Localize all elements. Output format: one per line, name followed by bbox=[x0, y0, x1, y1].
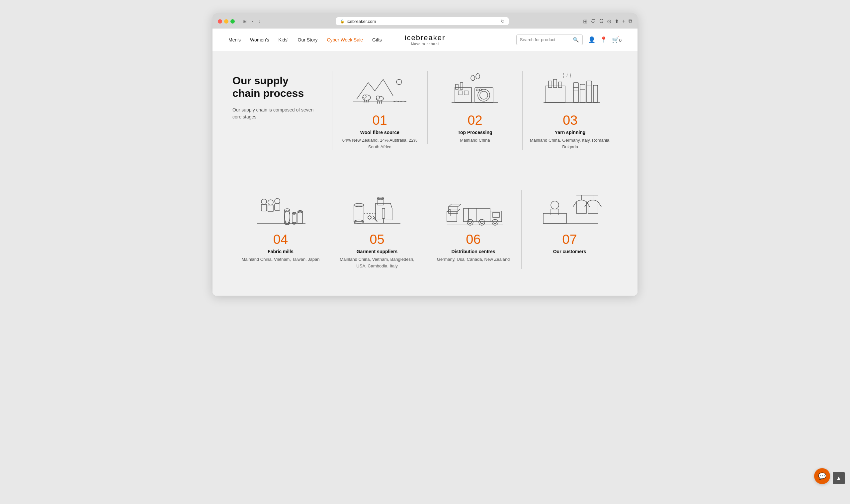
stage-02-illustration bbox=[434, 71, 516, 108]
svg-rect-74 bbox=[493, 212, 499, 217]
svg-rect-46 bbox=[292, 213, 296, 223]
svg-rect-73 bbox=[490, 211, 502, 222]
svg-line-89 bbox=[573, 202, 576, 207]
minimize-dot[interactable] bbox=[224, 19, 228, 23]
maximize-dot[interactable] bbox=[230, 19, 235, 23]
stage-07-name: Our customers bbox=[528, 249, 611, 254]
supply-chain-section: Our supply chain process Our supply chai… bbox=[232, 71, 618, 269]
stage-05-illustration bbox=[336, 190, 418, 227]
share-icon[interactable]: ⬆ bbox=[614, 18, 619, 24]
cart-count: 0 bbox=[619, 38, 622, 43]
nav-womens[interactable]: Women's bbox=[250, 37, 269, 42]
svg-line-65 bbox=[457, 209, 460, 212]
extensions-icon[interactable]: ⊞ bbox=[583, 18, 587, 24]
svg-rect-49 bbox=[298, 212, 302, 223]
nav-kids[interactable]: Kids' bbox=[279, 37, 289, 42]
browser-dots bbox=[218, 19, 235, 23]
svg-point-2 bbox=[363, 95, 366, 98]
svg-rect-52 bbox=[354, 205, 364, 222]
search-input[interactable] bbox=[520, 37, 570, 42]
header-icons: 👤 📍 🛒0 bbox=[588, 36, 622, 43]
tabs-icon[interactable]: ⧉ bbox=[628, 18, 632, 24]
svg-line-8 bbox=[377, 101, 378, 104]
svg-line-9 bbox=[379, 101, 380, 104]
svg-rect-25 bbox=[554, 79, 557, 88]
logo-tagline: Move to natural bbox=[405, 42, 446, 46]
svg-point-37 bbox=[268, 200, 273, 205]
stage-01-name: Wool fibre source bbox=[339, 130, 421, 135]
svg-point-19 bbox=[480, 91, 488, 99]
nav-gifts[interactable]: Gifts bbox=[372, 37, 382, 42]
top-row: Our supply chain process Our supply chai… bbox=[232, 71, 618, 150]
url-text: icebreaker.com bbox=[347, 19, 376, 24]
site-wrapper: Men's Women's Kids' Our Story Cyber Week… bbox=[212, 29, 638, 295]
cart-icon[interactable]: 🛒0 bbox=[612, 36, 622, 43]
stage-06-number: 06 bbox=[432, 232, 515, 247]
svg-rect-23 bbox=[545, 86, 565, 103]
nav-mens[interactable]: Men's bbox=[228, 37, 241, 42]
stage-06: 06 Distribution centres Germany, Usa, Ca… bbox=[425, 190, 521, 269]
site-header: Men's Women's Kids' Our Story Cyber Week… bbox=[212, 29, 638, 51]
new-tab-icon[interactable]: + bbox=[622, 18, 625, 24]
svg-rect-14 bbox=[464, 91, 468, 95]
stage-04-detail: Mainland China, Vietnam, Taiwan, Japan bbox=[239, 256, 322, 263]
svg-line-10 bbox=[381, 101, 382, 104]
profile-icon[interactable]: G bbox=[599, 18, 603, 24]
svg-rect-17 bbox=[475, 88, 493, 103]
svg-point-85 bbox=[551, 201, 559, 209]
svg-rect-41 bbox=[275, 204, 280, 210]
intro-block: Our supply chain process Our supply chai… bbox=[232, 71, 332, 121]
search-box[interactable]: 🔍 bbox=[516, 35, 583, 45]
reload-icon[interactable]: ↻ bbox=[501, 19, 505, 24]
svg-rect-30 bbox=[593, 85, 598, 103]
site-logo[interactable]: icebreaker Move to natural bbox=[405, 34, 446, 46]
svg-rect-26 bbox=[558, 82, 562, 88]
back-button[interactable]: ‹ bbox=[251, 18, 255, 24]
main-nav: Men's Women's Kids' Our Story Cyber Week… bbox=[228, 37, 382, 42]
stage-04: 04 Fabric mills Mainland China, Vietnam,… bbox=[232, 190, 329, 269]
svg-point-75 bbox=[467, 219, 473, 225]
nav-our-story[interactable]: Our Story bbox=[298, 37, 318, 42]
bottom-row: 04 Fabric mills Mainland China, Vietnam,… bbox=[232, 190, 618, 269]
svg-point-38 bbox=[275, 198, 280, 204]
account-icon[interactable]: 👤 bbox=[588, 36, 595, 43]
stage-07: 07 Our customers bbox=[521, 190, 618, 269]
stage-01-illustration bbox=[339, 71, 421, 108]
stage-04-illustration bbox=[239, 190, 322, 227]
svg-rect-13 bbox=[458, 91, 462, 95]
stage-06-name: Distribution centres bbox=[432, 249, 515, 254]
stage-06-detail: Germany, Usa, Canada, New Zealand bbox=[432, 256, 515, 263]
svg-rect-27 bbox=[573, 83, 578, 103]
svg-line-70 bbox=[458, 204, 461, 207]
lock-icon: 🔒 bbox=[340, 19, 345, 23]
close-dot[interactable] bbox=[218, 19, 222, 23]
svg-rect-28 bbox=[580, 84, 585, 103]
account-icon[interactable]: ⊙ bbox=[607, 18, 611, 24]
stage-01-number: 01 bbox=[339, 113, 421, 128]
svg-point-36 bbox=[261, 199, 266, 204]
search-icon[interactable]: 🔍 bbox=[573, 37, 579, 43]
svg-rect-16 bbox=[460, 83, 463, 89]
section-desc: Our supply chain is composed of seven co… bbox=[232, 107, 319, 121]
svg-line-69 bbox=[449, 204, 452, 207]
svg-rect-15 bbox=[455, 84, 458, 89]
location-icon[interactable]: 📍 bbox=[600, 36, 607, 43]
nav-cyber-week[interactable]: Cyber Week Sale bbox=[327, 37, 363, 42]
svg-point-79 bbox=[492, 219, 498, 225]
svg-point-20 bbox=[476, 89, 478, 91]
browser-toolbar-right: ⊞ 🛡 G ⊙ ⬆ + ⧉ bbox=[583, 18, 632, 24]
header-right: 🔍 👤 📍 🛒0 bbox=[516, 35, 622, 45]
address-bar[interactable]: 🔒 icebreaker.com ↻ bbox=[336, 17, 509, 25]
stage-05-name: Garment suppliers bbox=[336, 249, 418, 254]
svg-rect-24 bbox=[549, 81, 552, 88]
svg-rect-40 bbox=[268, 205, 273, 212]
svg-rect-68 bbox=[449, 207, 458, 213]
forward-button[interactable]: › bbox=[258, 18, 262, 24]
stage-04-number: 04 bbox=[239, 232, 322, 247]
svg-point-7 bbox=[376, 96, 380, 99]
svg-line-93 bbox=[598, 202, 601, 207]
sidebar-toggle-button[interactable]: ⊞ bbox=[241, 18, 248, 24]
stage-03-detail: Mainland China, Germany, Italy, Romania,… bbox=[529, 137, 611, 150]
stage-02-detail: Mainland China bbox=[434, 137, 516, 144]
shield-icon[interactable]: 🛡 bbox=[591, 18, 596, 24]
